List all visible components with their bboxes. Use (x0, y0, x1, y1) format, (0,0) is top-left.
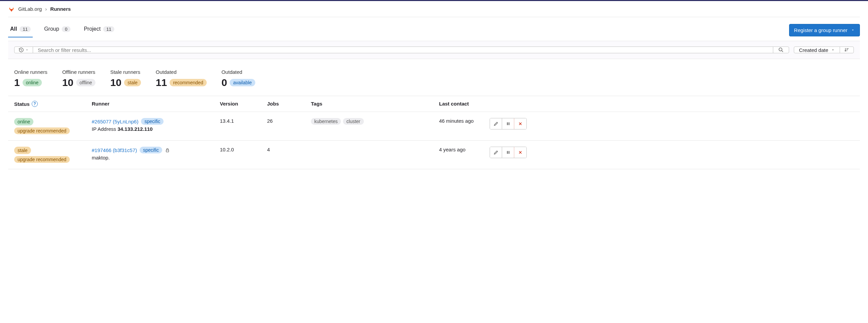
search-history-button[interactable] (15, 47, 33, 53)
status-badge: online (23, 79, 42, 86)
col-last-contact: Last contact (439, 101, 486, 107)
tag-badge: cluster (343, 118, 364, 125)
lock-icon (165, 148, 170, 153)
runner-version: 10.2.0 (220, 147, 267, 152)
sort-dropdown[interactable]: Created date (794, 47, 840, 53)
tag-badge: kubernetes (311, 118, 341, 125)
stat-available: Outdated 0 available (222, 69, 255, 88)
pause-icon (506, 150, 511, 155)
pause-icon (506, 121, 511, 126)
pencil-icon (493, 121, 499, 126)
tab-all[interactable]: All 11 (8, 23, 33, 37)
chevron-right-icon: › (45, 6, 47, 12)
col-version: Version (220, 101, 267, 107)
runner-kind-badge: specific (141, 118, 164, 125)
stat-title: Outdated (156, 69, 207, 75)
search-submit-button[interactable] (773, 47, 789, 53)
runner-description: maktop. (92, 155, 220, 160)
runner-stats: Online runners 1 onlineOffline runners 1… (8, 59, 860, 96)
breadcrumb: GitLab.org › Runners (8, 1, 860, 17)
delete-runner-button[interactable] (514, 118, 526, 129)
svg-point-0 (779, 48, 782, 51)
col-status: Status (14, 101, 30, 107)
stat-stale: Stale runners 10 stale (110, 69, 141, 88)
runner-kind-badge: specific (140, 147, 162, 153)
breadcrumb-org[interactable]: GitLab.org (18, 6, 42, 12)
chevron-down-icon (25, 48, 29, 52)
tab-all-count: 11 (20, 26, 30, 32)
tab-all-label: All (10, 26, 17, 32)
tab-group-label: Group (44, 26, 59, 32)
stat-value: 10 (110, 77, 121, 88)
register-group-runner-button[interactable]: Register a group runner (789, 24, 860, 36)
tab-project-label: Project (84, 26, 101, 32)
status-badge: stale (124, 79, 141, 86)
status-badge: upgrade recommended (14, 127, 70, 134)
stat-recommended: Outdated 11 recommended (156, 69, 207, 88)
close-icon (518, 150, 523, 155)
status-badge: recommended (170, 79, 207, 86)
stat-value: 10 (62, 77, 73, 88)
status-badge: online (14, 118, 33, 125)
svg-rect-9 (509, 151, 509, 154)
col-tags: Tags (311, 101, 439, 107)
status-badge: available (230, 79, 255, 86)
help-icon[interactable]: ? (32, 101, 38, 107)
stat-title: Stale runners (110, 69, 141, 75)
sort-direction-button[interactable] (840, 47, 853, 53)
svg-rect-8 (507, 151, 508, 154)
status-badge: stale (14, 147, 31, 154)
search-icon (778, 47, 784, 53)
runner-ip: IP Address 34.133.212.110 (92, 126, 220, 132)
chevron-down-icon (851, 28, 855, 32)
search-input[interactable] (33, 47, 773, 53)
svg-line-1 (782, 51, 783, 52)
svg-rect-7 (166, 150, 169, 152)
scope-tabs: All 11 Group 0 Project 11 (8, 23, 116, 37)
runner-tags: kubernetescluster (311, 118, 439, 125)
tab-project-count: 11 (103, 26, 114, 32)
pause-runner-button[interactable] (502, 147, 514, 158)
table-row: onlineupgrade recommended #265077 (5yLnL… (8, 112, 860, 141)
delete-runner-button[interactable] (514, 147, 526, 158)
gitlab-logo-icon (8, 6, 15, 12)
table-header: Status ? Runner Version Jobs Tags Last c… (8, 96, 860, 112)
status-badge: upgrade recommended (14, 156, 70, 163)
runner-jobs: 4 (267, 147, 311, 152)
last-contact: 4 years ago (439, 147, 486, 152)
status-badge: offline (76, 79, 95, 86)
stat-value: 11 (156, 77, 167, 88)
history-icon (19, 47, 24, 53)
tab-project[interactable]: Project 11 (82, 23, 116, 37)
pencil-icon (493, 150, 499, 155)
breadcrumb-current: Runners (50, 6, 71, 12)
filter-bar: Created date (8, 41, 860, 59)
svg-rect-5 (507, 122, 508, 125)
edit-runner-button[interactable] (490, 147, 502, 158)
stat-value: 1 (14, 77, 20, 88)
last-contact: 46 minutes ago (439, 118, 486, 124)
runner-link[interactable]: #265077 (5yLnLnp6) (92, 119, 138, 124)
svg-rect-6 (509, 122, 509, 125)
table-row: staleupgrade recommended #197466 (b3f31c… (8, 141, 860, 169)
sort-label-text: Created date (799, 47, 828, 53)
stat-online: Online runners 1 online (14, 69, 47, 88)
chevron-down-icon (831, 48, 835, 52)
tab-group-count: 0 (62, 26, 70, 32)
stat-offline: Offline runners 10 offline (62, 69, 95, 88)
stat-title: Online runners (14, 69, 47, 75)
runner-jobs: 26 (267, 118, 311, 124)
stat-title: Outdated (222, 69, 255, 75)
runner-link[interactable]: #197466 (b3f31c57) (92, 147, 137, 153)
pause-runner-button[interactable] (502, 118, 514, 129)
col-jobs: Jobs (267, 101, 311, 107)
sort-desc-icon (844, 47, 849, 53)
runner-version: 13.4.1 (220, 118, 267, 124)
close-icon (518, 121, 523, 126)
tab-group[interactable]: Group 0 (42, 23, 73, 37)
edit-runner-button[interactable] (490, 118, 502, 129)
col-runner: Runner (92, 101, 220, 107)
stat-title: Offline runners (62, 69, 95, 75)
register-button-label: Register a group runner (794, 27, 847, 33)
stat-value: 0 (222, 77, 227, 88)
